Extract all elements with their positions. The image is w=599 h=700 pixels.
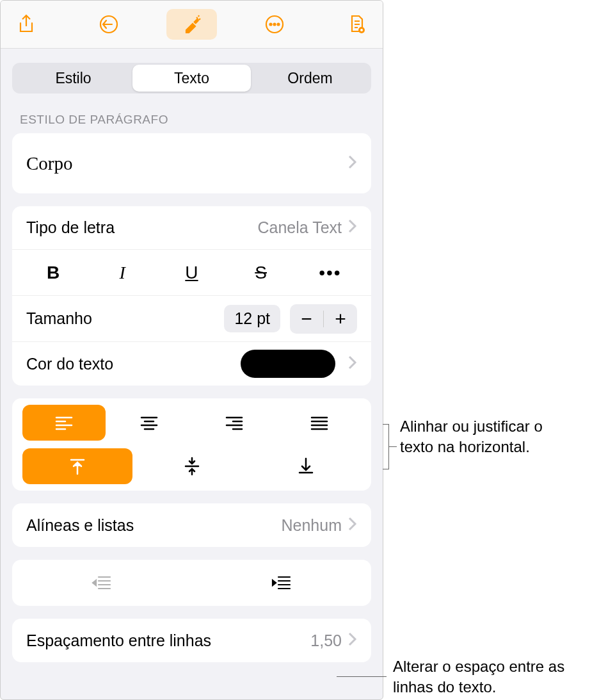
format-panel: Estilo Texto Ordem ESTILO DE PARÁGRAFO C… <box>0 0 383 700</box>
tab-selector: Estilo Texto Ordem <box>12 63 371 94</box>
alignment-card <box>12 398 371 491</box>
font-row[interactable]: Tipo de letra Canela Text <box>12 206 371 250</box>
bullets-value: Nenhum <box>282 516 342 535</box>
more-button[interactable] <box>249 9 300 40</box>
bullets-card: Alíneas e listas Nenhum <box>12 503 371 547</box>
text-color-label: Cor do texto <box>26 355 241 373</box>
bullets-label: Alíneas e listas <box>26 516 282 535</box>
svg-point-3 <box>273 24 275 26</box>
bullets-row[interactable]: Alíneas e listas Nenhum <box>12 503 371 547</box>
size-value[interactable]: 12 pt <box>224 305 280 332</box>
paragraph-style-value: Corpo <box>26 153 348 174</box>
chevron-right-icon <box>348 218 357 237</box>
paragraph-style-card: Corpo <box>12 133 371 193</box>
line-spacing-row[interactable]: Espaçamento entre linhas 1,50 <box>12 619 371 662</box>
tab-text[interactable]: Texto <box>132 65 251 92</box>
tab-style[interactable]: Estilo <box>14 65 132 92</box>
size-row: Tamanho 12 pt − + <box>12 296 371 342</box>
align-center-button[interactable] <box>108 405 191 441</box>
align-justify-button[interactable] <box>278 405 361 441</box>
line-spacing-card: Espaçamento entre linhas 1,50 <box>12 619 371 662</box>
font-value: Canela Text <box>257 218 342 237</box>
line-spacing-label: Espaçamento entre linhas <box>26 631 310 650</box>
horizontal-align-row <box>22 405 361 441</box>
size-increase-button[interactable]: + <box>324 304 357 334</box>
align-left-button[interactable] <box>22 405 106 441</box>
tab-order[interactable]: Ordem <box>251 65 369 92</box>
outdent-button[interactable] <box>12 567 192 598</box>
font-card: Tipo de letra Canela Text B I U S ••• Ta… <box>12 206 371 386</box>
share-button[interactable] <box>1 9 51 40</box>
indent-card <box>12 560 371 606</box>
align-right-button[interactable] <box>193 405 276 441</box>
callout-line <box>389 446 397 447</box>
chevron-right-icon <box>348 355 357 373</box>
valign-middle-button[interactable] <box>137 448 247 484</box>
svg-point-2 <box>269 24 271 26</box>
callout-align: Alinhar ou justificar o texto na horizon… <box>400 416 566 458</box>
line-spacing-value: 1,50 <box>310 631 342 650</box>
svg-point-6 <box>360 29 363 31</box>
more-font-options-button[interactable]: ••• <box>303 258 357 287</box>
text-color-row[interactable]: Cor do texto <box>12 342 371 386</box>
strikethrough-button[interactable]: S <box>234 258 288 287</box>
callout-bracket <box>383 424 389 469</box>
size-label: Tamanho <box>26 309 224 328</box>
callout-line <box>337 676 387 677</box>
size-stepper: − + <box>290 304 357 334</box>
bold-button[interactable]: B <box>26 258 81 287</box>
font-label: Tipo de letra <box>26 218 257 237</box>
svg-point-4 <box>277 24 279 26</box>
format-button[interactable] <box>166 9 217 40</box>
paragraph-style-row[interactable]: Corpo <box>12 133 371 193</box>
chevron-right-icon <box>348 154 357 173</box>
indent-button[interactable] <box>192 567 372 598</box>
valign-bottom-button[interactable] <box>251 448 361 484</box>
toolbar <box>1 1 383 49</box>
italic-button[interactable]: I <box>95 258 150 287</box>
chevron-right-icon <box>348 516 357 535</box>
font-style-buttons: B I U S ••• <box>12 250 371 296</box>
text-color-swatch[interactable] <box>241 350 335 378</box>
callout-spacing: Alterar o espaço entre as linhas do text… <box>393 656 591 698</box>
paragraph-style-title: ESTILO DE PARÁGRAFO <box>20 113 363 127</box>
valign-top-button[interactable] <box>22 448 132 484</box>
chevron-right-icon <box>348 631 357 650</box>
underline-button[interactable]: U <box>164 258 219 287</box>
document-button[interactable] <box>332 9 383 40</box>
undo-button[interactable] <box>83 9 134 40</box>
vertical-align-row <box>22 448 361 484</box>
size-decrease-button[interactable]: − <box>290 304 323 334</box>
